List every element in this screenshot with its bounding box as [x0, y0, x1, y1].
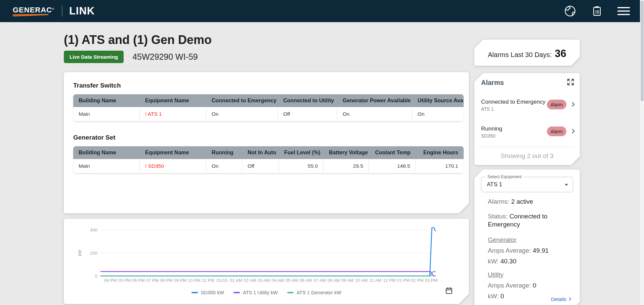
- top-navbar: GENERAC® LINK: [0, 0, 644, 22]
- table-row[interactable]: Main! ATS 1OnOffOnOn: [73, 107, 464, 121]
- transfer-switch-table-container: Building NameEquipment NameConnected to …: [73, 94, 464, 121]
- details-link[interactable]: Details: [551, 296, 572, 302]
- table-cell: ! SD350: [140, 159, 206, 173]
- expand-icon[interactable]: [567, 78, 574, 86]
- legend-item[interactable]: ATS 1 Utility kW: [233, 290, 278, 295]
- svg-text:200: 200: [90, 251, 97, 256]
- transfer-switch-table: Building NameEquipment NameConnected to …: [73, 94, 464, 121]
- table-cell: 170.1: [416, 159, 464, 173]
- scrollbar-thumb[interactable]: [641, 1, 644, 101]
- alarm-equipment: ATS 1: [481, 106, 494, 112]
- svg-text:05 AM: 05 AM: [286, 278, 298, 283]
- chart-legend: SD350 kWATS 1 Utility kWATS 1 Generator …: [64, 290, 469, 295]
- generator-set-title: Generator Set: [73, 134, 469, 141]
- alarms-30days-label: Alarms Last 30 Days:: [488, 51, 552, 59]
- table-header-cell: Building Name: [73, 94, 140, 107]
- generac-wordmark: GENERAC®: [13, 6, 54, 13]
- table-header-cell: Connected to Emergency: [206, 94, 278, 107]
- power-chart-card: 0200400kW04 PM05 PM06 PM07 PM08 PM09 PM1…: [64, 219, 469, 304]
- legend-swatch: [287, 292, 294, 293]
- alarm-list-item[interactable]: Running SD350 Alarm: [474, 124, 580, 144]
- svg-text:02 AM: 02 AM: [244, 278, 256, 283]
- generator-amps-line: Amps Average: 49.91: [488, 247, 549, 255]
- table-cell: ! ATS 1: [140, 107, 206, 121]
- alarms-summary-card: Alarms Last 30 Days: 36: [474, 40, 580, 66]
- table-cell: Off: [242, 159, 279, 173]
- legend-label: ATS 1 Utility kW: [243, 290, 278, 295]
- table-header-cell: Building Name: [73, 146, 140, 159]
- table-cell: Main: [73, 159, 140, 173]
- table-cell: On: [412, 107, 464, 121]
- table-cell: 55.0: [279, 159, 324, 173]
- alarms-30days-count: 36: [555, 48, 566, 60]
- svg-text:05 PM: 05 PM: [118, 278, 131, 283]
- power-chart: 0200400kW04 PM05 PM06 PM07 PM08 PM09 PM1…: [64, 219, 469, 286]
- svg-text:10 PM: 10 PM: [188, 278, 201, 283]
- table-header-cell: Equipment Name: [140, 94, 206, 107]
- select-equipment-label: Select Equipment: [486, 174, 523, 179]
- svg-text:kW: kW: [77, 250, 82, 256]
- svg-text:01/15: 01/15: [217, 278, 228, 283]
- calendar-icon[interactable]: [445, 287, 453, 295]
- table-cell: 29.5: [324, 159, 369, 173]
- alarm-equipment: SD350: [481, 133, 496, 139]
- svg-text:04 PM: 04 PM: [104, 278, 117, 283]
- svg-text:08 AM: 08 AM: [328, 278, 340, 283]
- table-header-cell: Fuel Level (%): [279, 146, 324, 159]
- table-header-cell: Not In Auto: [242, 146, 279, 159]
- table-header-cell: Generator Power Available: [337, 94, 412, 107]
- svg-text:12 PM: 12 PM: [383, 278, 396, 283]
- legend-item[interactable]: SD350 kW: [191, 290, 224, 295]
- equipment-tables-card: Transfer Switch Building NameEquipment N…: [64, 72, 469, 213]
- generator-kw-line: kW: 40.30: [488, 257, 516, 265]
- utility-amps-line: Amps Average: 0: [488, 282, 536, 290]
- chevron-right-icon: [570, 101, 576, 108]
- table-row[interactable]: Main! SD350OnOff55.029.5146.5170.1: [73, 159, 464, 173]
- divider: [480, 147, 574, 147]
- legend-label: SD350 kW: [201, 290, 224, 295]
- table-header-cell: Engine Hours: [416, 146, 464, 159]
- svg-text:400: 400: [90, 227, 97, 233]
- table-header-cell: Running: [206, 146, 242, 159]
- globe-icon[interactable]: [564, 5, 576, 17]
- svg-text:02 PM: 02 PM: [411, 278, 424, 283]
- equipment-status-card: Select Equipment ATS 1 Alarms: 2 active …: [474, 169, 580, 305]
- table-cell: Off: [278, 107, 337, 121]
- menu-icon[interactable]: [617, 6, 630, 16]
- svg-text:01 AM: 01 AM: [230, 278, 242, 283]
- legend-swatch: [191, 292, 198, 293]
- generator-set-table: Building NameEquipment NameRunningNot In…: [73, 146, 464, 173]
- transfer-switch-title: Transfer Switch: [73, 82, 469, 89]
- legend-item[interactable]: ATS 1 Generator kW: [287, 290, 342, 295]
- alarm-status-badge: Alarm: [547, 100, 566, 109]
- utility-section-heading: Utility: [488, 271, 503, 279]
- table-cell: On: [206, 107, 278, 121]
- site-subtitle: Live Data Streaming 45W29290 WI-59: [64, 51, 198, 63]
- chevron-right-icon: [567, 297, 572, 302]
- generator-section-heading: Generator: [488, 236, 517, 244]
- legend-label: ATS 1 Generator kW: [297, 290, 342, 295]
- svg-text:03 PM: 03 PM: [425, 278, 438, 283]
- svg-text:03 AM: 03 AM: [258, 278, 270, 283]
- table-cell: On: [337, 107, 412, 121]
- table-header-cell: Utility Source Available: [412, 94, 464, 107]
- table-cell: On: [206, 159, 242, 173]
- page-scrollbar[interactable]: [640, 0, 644, 305]
- table-cell: Main: [73, 107, 140, 121]
- svg-text:11 AM: 11 AM: [370, 278, 382, 283]
- page-title: (1) ATS and (1) Gen Demo: [64, 33, 212, 47]
- svg-text:04 AM: 04 AM: [272, 278, 284, 283]
- svg-text:07 PM: 07 PM: [146, 278, 159, 283]
- generac-logo[interactable]: GENERAC®: [13, 6, 54, 16]
- generator-set-table-container: Building NameEquipment NameRunningNot In…: [73, 146, 464, 173]
- link-wordmark: LINK: [69, 5, 95, 17]
- clipboard-icon[interactable]: [591, 5, 603, 17]
- status-line: Status: Connected to Emergency: [488, 212, 572, 228]
- svg-text:09 PM: 09 PM: [174, 278, 187, 283]
- table-header-cell: Connected to Utility: [278, 94, 337, 107]
- chevron-right-icon: [570, 128, 576, 135]
- alarm-list-item[interactable]: Connected to Emergency ATS 1 Alarm: [474, 97, 580, 117]
- table-header-cell: Coolant Temp: [369, 146, 416, 159]
- table-cell: 146.5: [369, 159, 416, 173]
- select-equipment-dropdown[interactable]: Select Equipment ATS 1: [481, 177, 573, 192]
